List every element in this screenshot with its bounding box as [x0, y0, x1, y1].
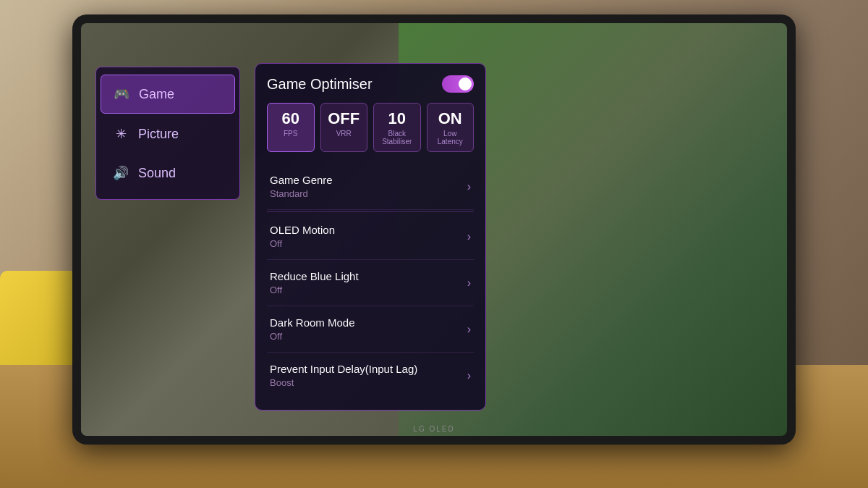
stat-bs-label: Black Stabiliser: [377, 130, 417, 146]
game-optimizer-panel: Game Optimiser 60 FPS OFF VRR 10 Black S…: [255, 63, 486, 411]
reduce-blue-light-chevron: ›: [467, 277, 471, 290]
input-delay-text: Prevent Input Delay(Input Lag) Boost: [270, 363, 417, 388]
oled-motion-value: Off: [270, 238, 335, 249]
stat-fps-value: 60: [271, 109, 311, 128]
dark-room-mode-chevron: ›: [467, 323, 471, 336]
dark-room-mode-value: Off: [270, 331, 355, 342]
menu-item-reduce-blue-light[interactable]: Reduce Blue Light Off ›: [267, 260, 474, 306]
input-delay-value: Boost: [270, 377, 417, 388]
input-delay-chevron: ›: [467, 369, 471, 382]
sidebar: 🎮 Game ✳ Picture 🔊 Sound: [95, 67, 240, 200]
tv-brand-label: LG OLED: [413, 425, 454, 433]
menu-list: Game Genre Standard › OLED Motion Off ›: [267, 164, 474, 398]
stat-ll-label: Low Latency: [430, 130, 471, 146]
picture-icon: ✳: [112, 125, 129, 143]
go-header: Game Optimiser: [267, 75, 474, 93]
game-icon: 🎮: [113, 85, 130, 103]
go-title: Game Optimiser: [267, 76, 373, 93]
reduce-blue-light-text: Reduce Blue Light Off: [270, 270, 359, 295]
sidebar-item-game[interactable]: 🎮 Game: [101, 75, 235, 114]
oled-motion-chevron: ›: [467, 230, 471, 243]
oled-motion-title: OLED Motion: [270, 224, 335, 236]
stat-fps-label: FPS: [271, 130, 311, 138]
sound-icon: 🔊: [112, 164, 129, 182]
reduce-blue-light-value: Off: [270, 285, 359, 295]
oled-motion-text: OLED Motion Off: [270, 224, 335, 249]
stat-vrr-label: VRR: [324, 130, 365, 138]
sidebar-item-picture-label: Picture: [138, 127, 179, 142]
dark-room-mode-title: Dark Room Mode: [270, 316, 355, 329]
go-toggle[interactable]: [442, 75, 474, 93]
divider-1: [267, 211, 474, 212]
stat-black-stabiliser[interactable]: 10 Black Stabiliser: [373, 103, 421, 152]
tv-outer: 🎮 Game ✳ Picture 🔊 Sound Game Optimiser: [72, 14, 796, 445]
game-genre-text: Game Genre Standard: [270, 174, 333, 199]
game-genre-title: Game Genre: [270, 174, 333, 186]
stat-vrr[interactable]: OFF VRR: [320, 103, 368, 152]
input-delay-title: Prevent Input Delay(Input Lag): [270, 363, 417, 375]
menu-item-dark-room-mode[interactable]: Dark Room Mode Off ›: [267, 306, 474, 353]
stat-low-latency[interactable]: ON Low Latency: [427, 103, 475, 152]
ui-overlay: 🎮 Game ✳ Picture 🔊 Sound Game Optimiser: [81, 23, 787, 436]
sidebar-item-sound-label: Sound: [138, 166, 176, 181]
stat-ll-value: ON: [430, 109, 471, 128]
stats-row: 60 FPS OFF VRR 10 Black Stabiliser ON Lo…: [267, 103, 474, 152]
stat-bs-value: 10: [377, 109, 417, 128]
menu-item-input-delay[interactable]: Prevent Input Delay(Input Lag) Boost ›: [267, 353, 474, 398]
menu-item-oled-motion[interactable]: OLED Motion Off ›: [267, 214, 474, 260]
stat-vrr-value: OFF: [324, 109, 365, 128]
menu-item-game-genre[interactable]: Game Genre Standard ›: [267, 164, 474, 210]
game-genre-value: Standard: [270, 188, 333, 199]
sidebar-item-game-label: Game: [139, 87, 174, 102]
reduce-blue-light-title: Reduce Blue Light: [270, 270, 359, 282]
stat-fps[interactable]: 60 FPS: [267, 103, 315, 152]
dark-room-mode-text: Dark Room Mode Off: [270, 316, 355, 342]
game-genre-chevron: ›: [467, 180, 471, 193]
sidebar-item-picture[interactable]: ✳ Picture: [101, 115, 235, 153]
tv-screen: 🎮 Game ✳ Picture 🔊 Sound Game Optimiser: [81, 23, 787, 436]
sidebar-item-sound[interactable]: 🔊 Sound: [101, 154, 235, 192]
